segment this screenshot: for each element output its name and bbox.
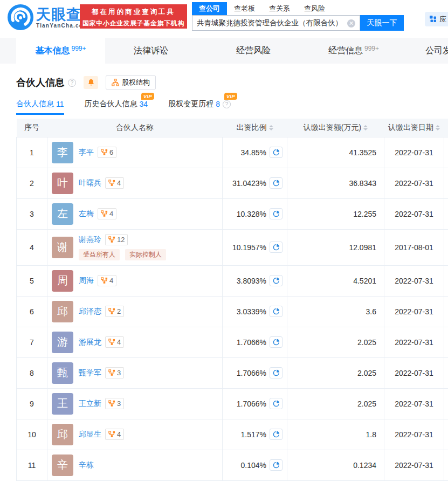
partner-name-line: 周海4 xyxy=(79,275,116,286)
relation-count: 3 xyxy=(117,400,121,408)
subscribed-date-cell: 2017-08-01 xyxy=(384,229,444,265)
partner-name-link[interactable]: 王立新 xyxy=(79,399,101,409)
subscribed-date-cell: 2022-07-31 xyxy=(384,327,444,357)
org-chart-icon xyxy=(112,79,119,86)
search-tab-3[interactable]: 查关系 xyxy=(262,2,297,15)
row-number-cell: 1 xyxy=(17,137,47,168)
partner-name-link[interactable]: 左梅 xyxy=(79,209,94,219)
partner-name-link[interactable]: 邱泽恋 xyxy=(79,307,101,316)
search-input[interactable] xyxy=(192,16,343,30)
ratio-pie-button[interactable] xyxy=(270,459,282,471)
row-number-cell: 6 xyxy=(17,296,47,327)
overflow-cell xyxy=(444,450,448,480)
ratio-pie-button[interactable] xyxy=(270,275,282,286)
partner-avatar[interactable]: 李 xyxy=(52,142,73,163)
partner-avatar[interactable]: 邱 xyxy=(52,424,73,445)
partner-name-link[interactable]: 李平 xyxy=(79,148,94,157)
column-header-inner: 合伙人名称 xyxy=(47,123,223,133)
ratio-pie-button[interactable] xyxy=(270,398,282,409)
relation-count-badge[interactable]: 4 xyxy=(105,429,124,440)
apps-entry-label: 应 xyxy=(439,15,446,24)
top-header: 天眼查 TianYanCha.com 都在用的商业查询工具 国家中小企业发展子基… xyxy=(0,0,448,38)
tianyancha-logo[interactable]: 天眼查 TianYanCha.com xyxy=(8,4,88,30)
nav-tab-2[interactable]: 法律诉讼 xyxy=(121,38,181,64)
partner-avatar[interactable]: 左 xyxy=(52,203,73,225)
search-tab-4[interactable]: 查风险 xyxy=(297,2,332,15)
partner-avatar[interactable]: 周 xyxy=(52,270,73,292)
partner-name-link[interactable]: 谢燕玲 xyxy=(79,235,101,245)
ratio-pie-button[interactable] xyxy=(270,367,282,378)
partner-avatar[interactable]: 邱 xyxy=(52,301,73,322)
section-help-icon[interactable]: ? xyxy=(68,79,76,87)
subtab-help-icon[interactable]: ? xyxy=(223,100,231,108)
capital-ratio-wrap: 3.0339% xyxy=(223,306,287,317)
subscribed-amount-cell: 0.1234 xyxy=(287,450,384,480)
row-number-cell: 2 xyxy=(17,168,47,198)
ratio-pie-button[interactable] xyxy=(270,429,282,440)
partner-tag[interactable]: 受益所有人 xyxy=(79,249,120,260)
partner-name-link[interactable]: 辛栋 xyxy=(79,460,94,470)
relation-count-badge[interactable]: 4 xyxy=(105,336,124,348)
partner-name-col: 王立新3 xyxy=(79,398,124,409)
partner-name-link[interactable]: 周海 xyxy=(79,276,94,286)
partner-name-wrap: 邱邱显生4 xyxy=(52,424,222,445)
partner-tag[interactable]: 实际控制人 xyxy=(125,249,166,260)
network-icon xyxy=(108,236,115,243)
ratio-pie-button[interactable] xyxy=(270,208,282,219)
search-tab-2[interactable]: 查老板 xyxy=(227,2,262,15)
partner-name-line: 左梅4 xyxy=(79,208,116,219)
partner-name-link[interactable]: 邱显生 xyxy=(79,430,101,439)
relation-count-badge[interactable]: 4 xyxy=(105,177,124,189)
ratio-pie-button[interactable] xyxy=(270,336,282,348)
relation-count-badge[interactable]: 4 xyxy=(98,208,116,219)
promo-banner-line2: 国家中小企业发展子基金旗下机构 xyxy=(80,19,187,28)
relation-count-badge[interactable]: 6 xyxy=(98,147,116,158)
partner-subtab-3[interactable]: 股权变更历程8VIP? xyxy=(168,99,231,115)
clear-input-icon[interactable]: ✕ xyxy=(347,19,355,27)
ratio-pie-button[interactable] xyxy=(270,147,282,158)
overflow-cell xyxy=(444,327,448,357)
partner-name-line: 邱泽恋2 xyxy=(79,306,124,317)
partner-avatar[interactable]: 甄 xyxy=(52,362,73,384)
partner-name-cell: 李李平6 xyxy=(47,137,223,168)
ratio-pie-button[interactable] xyxy=(270,242,282,253)
pie-chart-icon xyxy=(273,431,280,438)
apps-entry-button[interactable]: 应 xyxy=(425,12,448,26)
relation-count-badge[interactable]: 4 xyxy=(98,275,116,286)
network-icon xyxy=(108,180,115,187)
column-header-label: 出资比例 xyxy=(237,123,267,133)
subscribe-bell-button[interactable] xyxy=(84,76,98,89)
relation-count-badge[interactable]: 2 xyxy=(105,306,124,317)
column-header-5[interactable]: 认缴出资日期 xyxy=(384,119,444,137)
partner-name-col: 邱泽恋2 xyxy=(79,306,124,317)
relation-count-badge[interactable]: 3 xyxy=(105,398,124,409)
relation-count-badge[interactable]: 12 xyxy=(105,234,128,245)
partner-name-link[interactable]: 叶曙兵 xyxy=(79,178,101,188)
nav-tab-1[interactable]: 基本信息999+ xyxy=(16,38,105,64)
search-button[interactable]: 天眼一下 xyxy=(360,15,404,31)
ratio-pie-button[interactable] xyxy=(270,306,282,317)
column-header-label: 认缴出资日期 xyxy=(388,123,433,133)
ratio-pie-button[interactable] xyxy=(270,177,282,189)
nav-tab-5[interactable]: 公司发 xyxy=(417,38,448,64)
column-header-4[interactable]: 认缴出资额(万元) xyxy=(287,119,384,137)
capital-ratio-cell: 3.8093% xyxy=(223,265,287,296)
partner-subtab-2[interactable]: 历史合伙人信息34VIP xyxy=(85,99,148,115)
partner-avatar[interactable]: 叶 xyxy=(52,173,73,194)
relation-count-badge[interactable]: 3 xyxy=(105,367,124,378)
partner-name-cell: 甄甄学军3 xyxy=(47,357,223,388)
partner-avatar[interactable]: 游 xyxy=(52,332,73,353)
equity-structure-button[interactable]: 股权结构 xyxy=(106,75,156,89)
partner-avatar[interactable]: 谢 xyxy=(52,237,73,258)
partner-name-link[interactable]: 游展龙 xyxy=(79,338,101,347)
nav-tab-4[interactable]: 经营信息999+ xyxy=(319,38,389,64)
partner-avatar[interactable]: 王 xyxy=(52,393,73,415)
pie-chart-icon xyxy=(273,462,280,469)
partner-name-link[interactable]: 甄学军 xyxy=(79,368,101,378)
partner-subtab-1[interactable]: 合伙人信息11 xyxy=(16,99,64,115)
partner-avatar[interactable]: 辛 xyxy=(52,455,73,476)
search-tab-1[interactable]: 查公司 xyxy=(192,2,227,15)
column-header-3[interactable]: 出资比例 xyxy=(223,119,287,137)
nav-tab-label: 经营信息 xyxy=(328,45,363,57)
nav-tab-3[interactable]: 经营风险 xyxy=(224,38,283,64)
